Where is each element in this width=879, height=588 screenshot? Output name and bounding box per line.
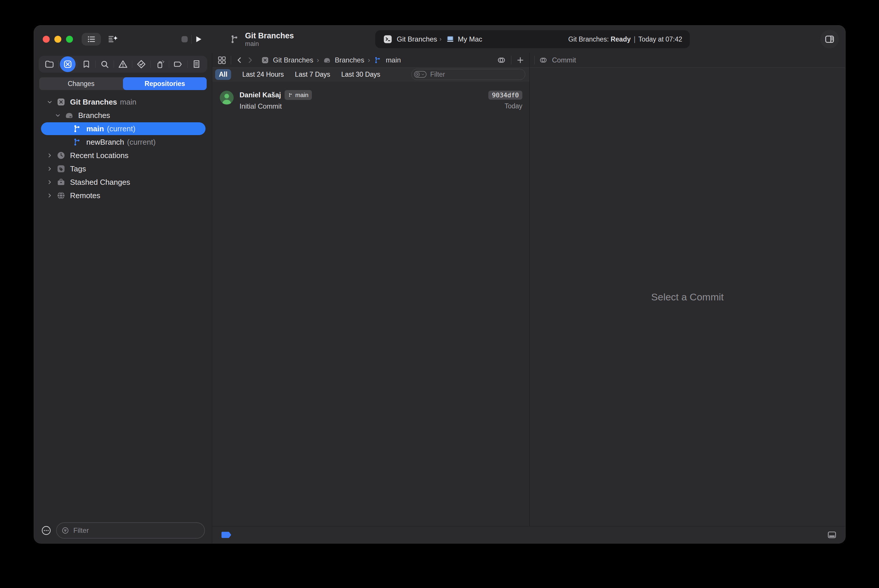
breadcrumb-item[interactable]: Branches — [335, 56, 364, 64]
commit-branch-badge: main — [285, 90, 312, 100]
commit-circles-icon — [539, 56, 548, 65]
intelligence-sparkle-icon — [107, 33, 119, 45]
minimize-window-button[interactable] — [54, 36, 61, 43]
forward-chevron-icon[interactable] — [246, 56, 254, 64]
sidebar-list-icon — [86, 34, 97, 45]
status-divider: | — [634, 36, 636, 43]
navigator-bar — [39, 56, 207, 73]
tree-row-branches[interactable]: Branches — [34, 109, 212, 122]
tree-row-tags[interactable]: Tags — [34, 162, 212, 176]
scope-last-24-hours[interactable]: Last 24 Hours — [242, 70, 284, 78]
filter-menu-icon[interactable] — [414, 70, 427, 79]
zoom-window-button[interactable] — [66, 36, 73, 43]
tree-row-branch-main[interactable]: main (current) — [34, 122, 212, 135]
toolbar-divider — [511, 56, 511, 64]
project-app-icon — [383, 34, 393, 44]
scope-last-30-days[interactable]: Last 30 Days — [341, 70, 380, 78]
related-items-grid-icon[interactable] — [217, 55, 227, 65]
debug-area-icon — [826, 529, 838, 541]
run-button[interactable] — [192, 33, 205, 46]
breakpoints-toggle-button[interactable] — [221, 531, 233, 539]
back-chevron-icon[interactable] — [235, 56, 244, 64]
test-diamond-icon — [136, 59, 146, 69]
globe-icon — [56, 190, 66, 201]
commit-message: Initial Commit — [239, 102, 282, 110]
intelligence-button[interactable] — [106, 33, 120, 46]
breakpoint-arrow-icon — [221, 531, 233, 539]
chevron-right-icon[interactable] — [46, 179, 54, 185]
navigator-debug[interactable] — [152, 56, 168, 72]
run-controls — [178, 33, 205, 46]
sidebar-filter-input[interactable] — [73, 526, 201, 535]
spray-can-icon — [155, 59, 165, 69]
chevron-right-icon[interactable] — [46, 152, 54, 159]
tree-label: Stashed Changes — [70, 178, 130, 187]
navigator-reports[interactable] — [189, 56, 204, 72]
navigator-tests[interactable] — [134, 56, 149, 72]
branch-icon — [374, 56, 382, 64]
close-window-button[interactable] — [43, 36, 50, 43]
tree-row-remotes[interactable]: Remotes — [34, 189, 212, 202]
chevron-down-icon[interactable] — [46, 99, 54, 105]
tree-row-project[interactable]: Git Branches main — [34, 95, 212, 109]
toggle-navigator-button[interactable] — [82, 33, 101, 46]
activity-device: My Mac — [458, 35, 482, 43]
navigator-find[interactable] — [97, 56, 113, 72]
navigator-separator — [169, 60, 169, 68]
navigator-bookmarks[interactable] — [78, 56, 94, 72]
commit-row[interactable]: Daniel Kašaj main 9034df0 — [219, 90, 522, 110]
tab-repositories[interactable]: Repositories — [123, 77, 207, 90]
scope-last-7-days[interactable]: Last 7 Days — [295, 70, 330, 78]
scope-all[interactable]: All — [215, 69, 231, 80]
traffic-lights — [43, 36, 73, 43]
branch-icon — [72, 137, 82, 147]
tree-suffix: main — [120, 98, 136, 106]
history-filter-field[interactable] — [411, 69, 525, 80]
toolbar-divider — [231, 56, 231, 64]
tree-label: main — [86, 124, 104, 134]
chevron-right-icon[interactable] — [46, 192, 54, 199]
activity-project: Git Branches — [397, 35, 437, 43]
tab-changes[interactable]: Changes — [39, 77, 123, 90]
chevron-right-icon[interactable] — [46, 166, 54, 172]
navigator-breakpoints[interactable] — [170, 56, 186, 72]
branch-icon — [72, 124, 82, 134]
stop-button[interactable] — [178, 33, 191, 46]
breadcrumb-item[interactable]: main — [386, 56, 401, 64]
sidebar-filter-field[interactable] — [56, 522, 205, 538]
scm-tab-switcher: Changes Repositories — [39, 77, 207, 90]
breadcrumb-separator: › — [368, 56, 370, 64]
toggle-debug-area-button[interactable] — [826, 529, 838, 541]
tree-label: Git Branches — [70, 98, 117, 106]
status-value: Ready — [611, 36, 631, 43]
navigator-source-control[interactable] — [60, 56, 75, 72]
breadcrumb-item[interactable]: Git Branches — [273, 56, 313, 64]
stop-icon — [180, 34, 189, 44]
breakpoint-shape-icon — [173, 59, 183, 69]
tree-label: Tags — [70, 164, 86, 173]
ellipsis-circle-icon[interactable] — [41, 525, 51, 536]
tree-row-recent-locations[interactable]: Recent Locations — [34, 149, 212, 162]
tree-row-branch-newbranch[interactable]: newBranch (current) — [34, 135, 212, 149]
breadcrumb-separator: › — [317, 56, 319, 64]
commit-branch-name: main — [295, 92, 309, 99]
navigator-separator — [132, 60, 132, 68]
history-filter-input[interactable] — [430, 70, 521, 79]
code-review-circles-icon[interactable] — [496, 55, 506, 65]
titlebar-left — [34, 26, 212, 53]
navigator-project[interactable] — [42, 56, 57, 72]
warning-triangle-icon — [118, 59, 128, 69]
navigator-issues[interactable] — [115, 56, 131, 72]
search-icon — [99, 59, 110, 69]
navigator-separator — [114, 60, 114, 68]
activity-status: Git Branches: Ready | Today at 07:42 — [568, 36, 682, 43]
tree-row-stashed-changes[interactable]: Stashed Changes — [34, 176, 212, 189]
chevron-down-icon[interactable] — [54, 112, 62, 118]
stash-box-icon — [56, 177, 66, 187]
toggle-inspector-button[interactable] — [820, 30, 839, 48]
folder-icon — [44, 59, 55, 69]
window-subtitle: main — [245, 40, 294, 47]
add-editor-plus-icon[interactable] — [516, 56, 525, 64]
window-title: Git Branches — [245, 31, 294, 40]
activity-viewer[interactable]: Git Branches › My Mac Git Branches: Read… — [375, 30, 690, 48]
